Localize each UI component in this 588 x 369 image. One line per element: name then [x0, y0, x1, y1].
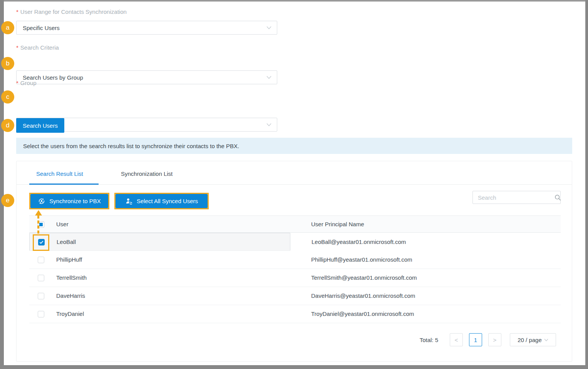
- frame-border-top: [0, 0, 588, 2]
- table-row[interactable]: LeoBall LeoBall@yeastar01.onmicrosoft.co…: [29, 233, 290, 251]
- frame-border-right: [585, 0, 588, 369]
- search-users-button[interactable]: Search Users: [16, 118, 64, 133]
- annotation-badge-a: a: [1, 21, 14, 34]
- annotation-sync-highlight: Synchronize to PBX: [29, 193, 109, 209]
- user-range-value: Specific Users: [23, 25, 60, 31]
- table-row[interactable]: PhillipHuff PhillipHuff@yeastar01.onmicr…: [29, 251, 561, 269]
- column-header-user: User: [56, 216, 69, 233]
- row-checkbox[interactable]: [38, 311, 44, 317]
- annotation-arrow-head: [35, 210, 42, 215]
- table-row[interactable]: TroyDaniel TroyDaniel@yeastar01.onmicros…: [29, 305, 561, 323]
- required-marker: *: [16, 44, 18, 51]
- frame-border-bottom: [0, 365, 588, 369]
- pagination-page-1[interactable]: 1: [469, 333, 482, 346]
- search-icon: [554, 194, 561, 201]
- select-all-synced-users-button[interactable]: Select All Synced Users: [116, 194, 208, 208]
- upn-cell: PhillipHuff@yeastar01.onmicrosoft.com: [311, 251, 412, 269]
- pagination-total: Total: 5: [420, 337, 438, 343]
- annotation-selectall-highlight: Select All Synced Users: [114, 193, 209, 209]
- row-checkbox[interactable]: [38, 293, 44, 299]
- user-range-label: *User Range for Contacts Synchronization: [16, 8, 127, 15]
- table-search-input[interactable]: [478, 194, 554, 201]
- row-checkbox[interactable]: [38, 257, 44, 263]
- pagination-prev-button[interactable]: <: [450, 333, 463, 346]
- annotation-badge-b: b: [1, 57, 14, 70]
- chevron-down-icon: [266, 76, 271, 79]
- chevron-down-icon: [544, 339, 548, 341]
- group-label: *Group: [16, 80, 37, 86]
- annotation-badge-e: e: [1, 194, 14, 207]
- tab-divider: [17, 184, 572, 185]
- select-all-synced-users-label: Select All Synced Users: [137, 198, 198, 204]
- users-table: User User Principal Name LeoBall LeoBall…: [29, 215, 561, 323]
- info-banner-text: Select the users from the search results…: [23, 143, 239, 149]
- page-size-select[interactable]: 20 / page: [510, 333, 556, 346]
- column-header-upn: User Principal Name: [311, 216, 364, 233]
- chevron-down-icon: [266, 123, 271, 126]
- required-marker: *: [16, 8, 18, 15]
- info-banner: Select the users from the search results…: [16, 138, 572, 154]
- frame-border-left: [0, 0, 4, 369]
- results-card: Search Result List Synchronization List …: [16, 161, 572, 362]
- page-size-value: 20 / page: [518, 337, 542, 343]
- table-header-row: User User Principal Name: [29, 215, 561, 233]
- annotation-arrow-line: [37, 215, 39, 235]
- user-cell: TerrellSmith: [56, 269, 87, 287]
- row-checkbox[interactable]: [38, 275, 44, 281]
- user-cell: LeoBall: [57, 233, 76, 251]
- chevron-down-icon: [266, 26, 271, 29]
- user-cell: DaveHarris: [56, 287, 85, 305]
- upn-cell: TerrellSmith@yeastar01.onmicrosoft.com: [311, 269, 417, 287]
- user-sync-circle-icon: [38, 197, 45, 205]
- active-tab-underline: [29, 184, 99, 185]
- table-row[interactable]: TerrellSmith TerrellSmith@yeastar01.onmi…: [29, 269, 561, 287]
- synchronize-to-pbx-label: Synchronize to PBX: [49, 198, 101, 204]
- search-criteria-label: *Search Criteria: [16, 44, 59, 51]
- required-marker: *: [16, 80, 18, 86]
- pagination: Total: 5 < 1 > 20 / page: [420, 333, 556, 346]
- table-search: [472, 191, 561, 204]
- contacts-sync-page: *User Range for Contacts Synchronization…: [0, 0, 588, 369]
- upn-cell: TroyDaniel@yeastar01.onmicrosoft.com: [311, 305, 414, 323]
- search-criteria-select[interactable]: Search Users by Group: [16, 70, 277, 84]
- annotation-checkbox-highlight: [33, 234, 49, 251]
- annotation-badge-c: c: [1, 90, 14, 104]
- user-with-sync-icon: [125, 197, 133, 205]
- user-range-select[interactable]: Specific Users: [16, 21, 277, 35]
- table-row[interactable]: DaveHarris DaveHarris@yeastar01.onmicros…: [29, 287, 561, 305]
- tab-search-result-list[interactable]: Search Result List: [36, 170, 83, 177]
- tab-synchronization-list[interactable]: Synchronization List: [121, 170, 173, 177]
- annotation-badge-d: d: [1, 119, 14, 132]
- pagination-next-button[interactable]: >: [488, 333, 501, 346]
- synchronize-to-pbx-button[interactable]: Synchronize to PBX: [30, 194, 108, 208]
- user-cell: TroyDaniel: [56, 305, 84, 323]
- upn-cell: DaveHarris@yeastar01.onmicrosoft.com: [311, 287, 415, 305]
- upn-cell: LeoBall@yeastar01.onmicrosoft.com: [312, 233, 406, 251]
- user-cell: PhillipHuff: [56, 251, 82, 269]
